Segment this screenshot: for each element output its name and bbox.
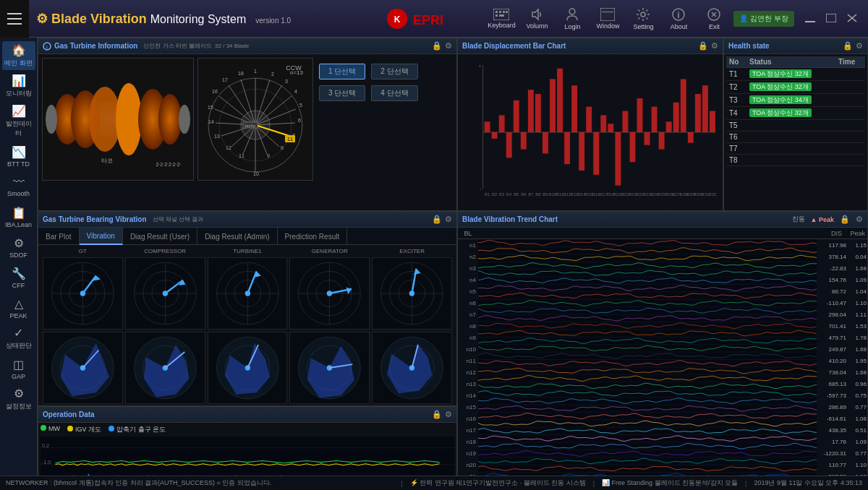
blade-trend-panel: Blade Vibration Trend Chart 진동 ▲ Peak 🔒 …	[457, 211, 868, 490]
trend-blade-values: 117.981.15	[817, 239, 867, 251]
sidebar-item-cff[interactable]: 🔧 CFF	[2, 263, 35, 292]
version-label: version 1.0	[255, 17, 291, 25]
svg-rect-16	[602, 12, 613, 12]
health-row-time	[835, 81, 865, 94]
trend-lock-icon[interactable]: 🔒	[840, 215, 850, 224]
stage-3-btn[interactable]: 3 단선택	[319, 85, 365, 101]
health-row-5: T5	[726, 120, 865, 132]
trend-config-icon[interactable]: ⚙	[856, 215, 863, 224]
tab-diag-admin[interactable]: Diag Result (Admin)	[197, 228, 277, 245]
op-config-icon[interactable]: ⚙	[445, 410, 452, 419]
settings-icon: ⚙	[14, 387, 24, 400]
svg-point-161	[80, 291, 85, 296]
lock-icon[interactable]: 🔒	[432, 41, 442, 51]
sidebar-item-status[interactable]: ✓ 상태판단	[2, 324, 35, 353]
sidebar-item-power[interactable]: 📈 발전데이터	[2, 102, 35, 140]
sidebar-item-iba[interactable]: 📋 IBA,Lean	[2, 202, 35, 231]
statusbar: NETWORKER : (bhmcol 계통)접속자 인증 처리 결과(AUTH…	[0, 476, 868, 490]
svg-text:4: 4	[294, 89, 297, 94]
op-data-header: Operation Data 🔒 ⚙	[38, 407, 456, 423]
window-button[interactable]: Window	[592, 3, 624, 35]
svg-text:18: 18	[238, 71, 244, 76]
sidebar-item-btt[interactable]: 📉 BTT TD	[2, 142, 35, 171]
svg-text:B31: B31	[702, 192, 710, 197]
col-dis-header: DIS	[817, 230, 844, 237]
gt-info-icons: 🔒 ⚙	[432, 41, 452, 51]
setting-label: Setting	[633, 23, 653, 30]
legend-igv: IGV 개도	[67, 425, 101, 434]
keyboard-button[interactable]: Keyboard	[485, 3, 517, 35]
trend-blade-label: n12	[458, 366, 478, 378]
svg-text:n=13: n=13	[290, 69, 304, 76]
svg-rect-116	[673, 103, 679, 132]
peak-icon: △	[14, 297, 23, 311]
sdof-icon: ⚙	[14, 236, 24, 250]
svg-rect-15	[600, 8, 615, 21]
statusbar-center1: ⚡ 전력 연구원 제1연구기발전연구소 · 블레이드 진동 시스템	[410, 478, 586, 488]
close-button[interactable]	[843, 10, 861, 27]
svg-rect-8	[499, 11, 501, 13]
svg-rect-110	[630, 132, 636, 162]
setting-button[interactable]: Setting	[627, 3, 659, 35]
polar-chart-1	[43, 257, 123, 330]
legend-temp: 압축기 출구 온도	[109, 425, 166, 434]
trend-chart-col	[478, 239, 817, 480]
trend-body: n1n2n3n4n5n6n7n8n9n10n11n12n13n14n15n16n…	[458, 239, 867, 480]
about-button[interactable]: i About	[663, 3, 694, 35]
disp-lock-icon[interactable]: 🔒	[698, 41, 708, 51]
health-lock-icon[interactable]: 🔒	[843, 41, 853, 51]
svg-text:+: +	[479, 64, 482, 69]
trend-blade-label: n16	[458, 413, 478, 424]
polar-charts-row2	[40, 332, 455, 404]
svg-rect-23	[805, 21, 815, 22]
trend-values-col: 117.981.15378.140.04-22.831.68154.761.09…	[817, 239, 867, 480]
sidebar-item-peak[interactable]: △ PEAK	[2, 293, 35, 322]
stage-4-btn[interactable]: 4 단선택	[371, 85, 417, 101]
health-config-icon[interactable]: ⚙	[856, 41, 863, 51]
volume-button[interactable]: Volumn	[521, 3, 553, 35]
minimize-button[interactable]	[801, 10, 819, 27]
bearing-config-icon[interactable]: ⚙	[445, 215, 452, 224]
section-turbine: TURBINE1	[208, 248, 288, 254]
tab-diag-user[interactable]: Diag Result (User)	[123, 228, 197, 245]
login-button[interactable]: Login	[556, 3, 588, 35]
trend-blade-label: n19	[458, 447, 478, 459]
trend-blade-label: n4	[458, 274, 478, 285]
volume-label: Volumn	[526, 22, 548, 30]
disp-config-icon[interactable]: ⚙	[711, 41, 718, 51]
maximize-button[interactable]	[822, 10, 840, 27]
svg-text:타코: 타코	[101, 158, 113, 164]
svg-rect-105	[593, 132, 599, 175]
tab-prediction[interactable]: Prediction Result	[278, 228, 348, 245]
trend-blade-label: n3	[458, 262, 478, 274]
health-row-no: T8	[726, 155, 746, 166]
svg-line-59	[219, 96, 255, 125]
stage-1-btn[interactable]: 1 단선택	[319, 64, 365, 79]
stage-2-btn[interactable]: 2 단선택	[371, 64, 417, 79]
svg-rect-93	[506, 132, 512, 158]
sidebar-item-monitoring[interactable]: 📊 모니터링	[2, 72, 35, 100]
svg-rect-2	[7, 23, 22, 25]
login-label: Login	[564, 23, 580, 30]
polar-filled-5	[372, 332, 452, 404]
polar-filled-4	[289, 332, 370, 404]
sidebar-item-smooth[interactable]: 〰 Smooth	[2, 172, 35, 201]
sidebar-item-settings[interactable]: ⚙ 설정정보	[2, 384, 35, 413]
section-gt: GT	[43, 248, 123, 254]
exit-button[interactable]: Exit	[698, 3, 730, 35]
bearing-lock-icon[interactable]: 🔒	[432, 215, 442, 224]
svg-text:9: 9	[267, 153, 270, 158]
menu-button[interactable]	[0, 0, 29, 38]
trend-blade-values: 249.871.68	[817, 343, 867, 355]
trend-blade-values: 154.761.09	[817, 274, 867, 285]
op-lock-icon[interactable]: 🔒	[432, 410, 442, 419]
tab-barplot[interactable]: Bar Plot	[38, 228, 80, 245]
turbine-3d-visual: 타코 2·2·2·2·2·2·	[42, 58, 194, 181]
config-icon[interactable]: ⚙	[445, 41, 452, 51]
sidebar-item-sdof[interactable]: ⚙ SDOF	[2, 233, 35, 262]
sidebar-item-gap[interactable]: ◫ GAP	[2, 354, 35, 383]
trend-blade-values: -597.730.75	[817, 390, 867, 401]
tab-vibration[interactable]: Vibration	[80, 228, 123, 245]
sidebar-item-main[interactable]: 🏠 메인 화면	[2, 41, 35, 70]
trend-blade-label: n7	[458, 309, 478, 320]
